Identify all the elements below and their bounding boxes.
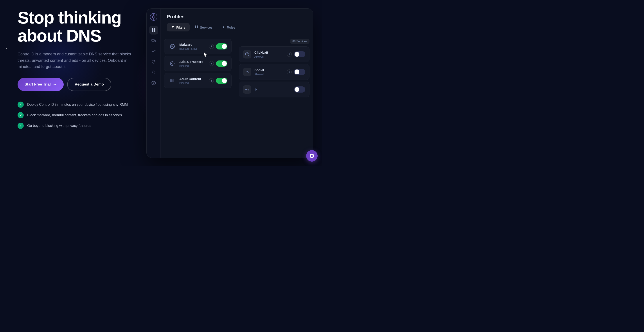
feature-item-2: Block malware, harmful content, trackers… [18, 112, 149, 118]
clickbait-toggle[interactable] [294, 51, 305, 57]
tabs: Filters Services ✦ Rules [167, 23, 307, 32]
rules-icon: ✦ [222, 25, 225, 29]
sidebar-icon-settings[interactable] [149, 78, 158, 87]
adult-status: Blocked [179, 82, 201, 85]
clickbait-name: Clickbait [254, 51, 268, 54]
svg-rect-21 [197, 27, 198, 28]
feature-text-2: Block malware, harmful content, trackers… [27, 113, 122, 117]
filter-card-ads: Ads & Trackers Blocked i [164, 56, 232, 71]
settings-toggle[interactable] [294, 86, 305, 93]
hero-section: Stop thinking about DNS Control D is a m… [18, 9, 149, 129]
filters-layout: Malware Blocked · Strict i [161, 35, 313, 158]
malware-name: Malware [179, 43, 197, 46]
filters-column: Malware Blocked · Strict i [161, 35, 235, 158]
social-name: Social [254, 68, 264, 72]
service-card-social: Social Allowed i [239, 64, 310, 80]
svg-rect-11 [155, 40, 156, 42]
request-demo-button[interactable]: Request a Demo [67, 78, 111, 91]
check-icon-2 [18, 112, 24, 118]
service-card-settings: ⚙ [239, 82, 310, 97]
start-trial-button[interactable]: Start Free Trial → [18, 78, 64, 91]
ads-info-btn[interactable]: i [209, 61, 214, 66]
svg-rect-20 [195, 27, 196, 28]
service-card-clickbait: Clickbait Allowed i [239, 46, 310, 62]
social-info-btn[interactable]: i [287, 69, 292, 74]
svg-rect-19 [197, 26, 198, 27]
sidebar-logo [150, 13, 158, 22]
check-icon-3 [18, 123, 24, 129]
svg-rect-33 [172, 79, 174, 82]
app-sidebar [146, 9, 161, 158]
svg-point-37 [246, 88, 249, 91]
adult-toggle[interactable] [216, 78, 228, 84]
services-icon [195, 25, 198, 29]
svg-rect-18 [195, 26, 196, 27]
malware-icon [168, 42, 176, 50]
chat-button[interactable] [306, 150, 318, 161]
ads-toggle[interactable] [216, 60, 228, 67]
social-status: Allowed [254, 73, 264, 76]
tab-rules[interactable]: ✦ Rules [218, 23, 240, 32]
clickbait-info-btn[interactable]: i [287, 52, 292, 57]
profile-header: Profiles Filters [161, 9, 313, 35]
svg-point-23 [172, 46, 173, 47]
tab-filters[interactable]: Filters [167, 23, 190, 32]
clickbait-icon [243, 50, 251, 59]
app-main: Profiles Filters [161, 9, 313, 158]
sidebar-icon-search[interactable] [149, 68, 158, 77]
check-icon-1 [18, 102, 24, 108]
filter-icon [171, 25, 174, 29]
hero-title: Stop thinking about DNS [18, 9, 149, 45]
adult-name: Adult Content [179, 77, 201, 81]
profile-title: Profiles [167, 14, 307, 20]
tab-services[interactable]: Services [190, 23, 217, 32]
services-count-badge: 88 Services [290, 39, 310, 44]
svg-point-36 [246, 89, 248, 90]
sidebar-icon-devices[interactable] [149, 36, 158, 45]
app-panel: Profiles Filters [146, 8, 313, 158]
feature-list: Deploy Control D in minutes on your devi… [18, 102, 149, 129]
feature-item-1: Deploy Control D in minutes on your devi… [18, 102, 149, 108]
svg-line-28 [171, 45, 172, 46]
svg-rect-9 [154, 30, 156, 32]
svg-line-29 [173, 47, 174, 48]
settings-service-name: ⚙ [254, 88, 257, 91]
ads-name: Ads & Trackers [179, 60, 203, 64]
feature-item-3: Go beyond blocking with privacy features [18, 123, 149, 129]
ads-status: Blocked [179, 64, 203, 68]
social-toggle[interactable] [294, 69, 305, 75]
svg-rect-8 [152, 30, 154, 32]
svg-point-17 [153, 82, 154, 84]
svg-point-31 [172, 63, 173, 64]
adult-icon [168, 77, 176, 85]
svg-line-16 [154, 73, 155, 74]
filter-card-adult: Adult Content Blocked i [164, 73, 232, 88]
sidebar-icon-profiles[interactable] [149, 26, 158, 35]
settings-service-icon [243, 85, 251, 94]
feature-text-3: Go beyond blocking with privacy features [27, 124, 91, 128]
svg-rect-32 [170, 79, 172, 82]
malware-status: Blocked · Strict [179, 47, 197, 50]
sidebar-icon-analytics[interactable] [149, 47, 158, 56]
svg-rect-7 [154, 28, 156, 30]
hero-description: Control D is a modern and customizable D… [18, 51, 132, 70]
clickbait-status: Allowed [254, 55, 268, 58]
malware-info-btn[interactable]: i [209, 44, 214, 49]
services-column: 88 Services Clickbait Allowed [235, 35, 313, 158]
star-1 [6, 48, 7, 49]
feature-text-1: Deploy Control D in minutes on your devi… [27, 103, 128, 107]
services-header: 88 Services [239, 39, 310, 44]
ads-icon [168, 60, 176, 68]
adult-info-btn[interactable]: i [209, 78, 214, 83]
filter-card-malware: Malware Blocked · Strict i [164, 39, 232, 54]
svg-point-15 [152, 71, 154, 73]
svg-rect-10 [152, 39, 154, 41]
malware-toggle[interactable] [216, 43, 228, 50]
cta-buttons: Start Free Trial → Request a Demo [18, 78, 149, 91]
social-icon [243, 68, 251, 76]
sidebar-icon-reports[interactable] [149, 57, 158, 66]
svg-point-30 [170, 62, 174, 66]
svg-rect-6 [152, 28, 154, 30]
